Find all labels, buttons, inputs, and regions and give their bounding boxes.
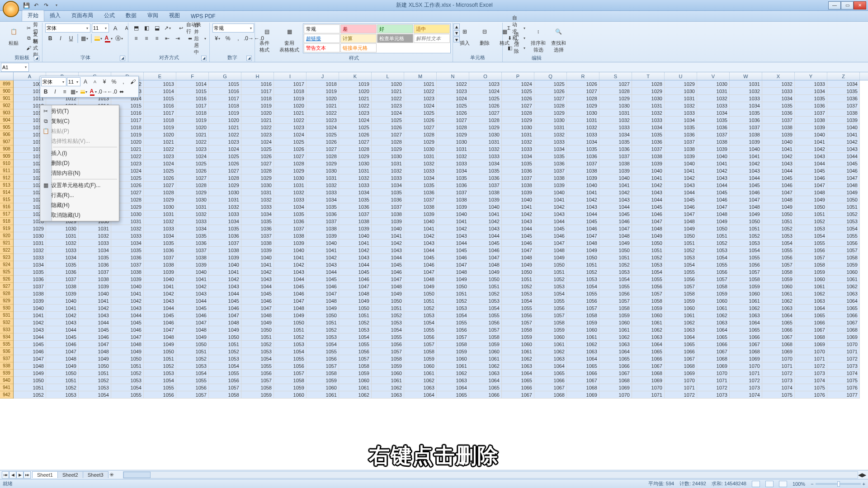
cell[interactable]: 1036	[632, 138, 665, 145]
cell[interactable]: 1044	[762, 167, 795, 174]
cell[interactable]: 1053	[274, 341, 307, 348]
cell[interactable]: 1048	[14, 362, 46, 370]
cell[interactable]: 1053	[502, 290, 534, 297]
row-header[interactable]: 938	[0, 362, 13, 370]
close-button[interactable]: ✕	[854, 1, 866, 9]
cell[interactable]: 1051	[827, 203, 860, 211]
cell[interactable]: 1065	[762, 319, 795, 326]
cell[interactable]: 1039	[46, 290, 79, 297]
cell[interactable]: 1060	[567, 326, 599, 333]
cell[interactable]: 1026	[144, 174, 176, 182]
cell[interactable]: 1031	[730, 80, 762, 88]
cell[interactable]: 1049	[469, 268, 502, 276]
cell[interactable]: 1044	[599, 203, 632, 211]
cell[interactable]: 1040	[307, 239, 339, 247]
row-header[interactable]: 903	[0, 109, 13, 117]
cell[interactable]: 1043	[339, 254, 372, 261]
cell[interactable]: 1040	[827, 124, 860, 131]
style-cell[interactable]: 常规	[304, 24, 340, 33]
cell[interactable]: 1030	[241, 182, 274, 189]
col-header-F[interactable]: F	[176, 72, 209, 80]
cell[interactable]: 1029	[632, 88, 665, 95]
cell[interactable]: 1046	[274, 290, 307, 297]
cell[interactable]: 1038	[665, 145, 697, 153]
format-as-table-button[interactable]: ▦套用 表格格式	[278, 23, 301, 54]
cell[interactable]: 1048	[307, 297, 339, 305]
row-header[interactable]: 930	[0, 305, 13, 312]
cell[interactable]: 1050	[599, 247, 632, 254]
cell[interactable]: 1024	[176, 153, 209, 160]
cell[interactable]: 1025	[339, 124, 372, 131]
cell[interactable]: 1037	[567, 160, 599, 167]
cell[interactable]: 1032	[404, 160, 437, 167]
cell[interactable]: 1027	[307, 145, 339, 153]
cell[interactable]: 1038	[274, 232, 307, 239]
cell[interactable]: 1073	[827, 362, 860, 370]
ctx-item[interactable]: 清除内容(N)	[40, 168, 119, 178]
cell[interactable]: 1042	[437, 225, 469, 232]
cell[interactable]: 1038	[502, 182, 534, 189]
cell[interactable]: 1067	[502, 391, 534, 399]
cell[interactable]: 1042	[632, 182, 665, 189]
col-header-V[interactable]: V	[697, 72, 730, 80]
cell[interactable]: 1056	[730, 261, 762, 268]
cell[interactable]: 1024	[209, 145, 241, 153]
cell[interactable]: 1065	[437, 391, 469, 399]
cell[interactable]: 1041	[339, 239, 372, 247]
cell[interactable]: 1065	[534, 370, 567, 377]
cell[interactable]: 1036	[762, 109, 795, 117]
row-header[interactable]: 905	[0, 124, 13, 131]
cell[interactable]: 1030	[665, 88, 697, 95]
cell[interactable]: 1048	[599, 232, 632, 239]
cell[interactable]: 1022	[176, 138, 209, 145]
cell[interactable]: 1054	[209, 362, 241, 370]
cell[interactable]: 1036	[730, 117, 762, 124]
cell[interactable]: 1050	[46, 370, 79, 377]
cell[interactable]: 1049	[502, 261, 534, 268]
cell[interactable]: 1044	[111, 312, 144, 319]
cell[interactable]: 1055	[176, 377, 209, 384]
cell[interactable]: 1054	[795, 232, 827, 239]
cell[interactable]: 1019	[144, 124, 176, 131]
clear-button[interactable]: ◧清除	[505, 43, 527, 52]
cell[interactable]: 1022	[404, 88, 437, 95]
cell[interactable]: 1036	[469, 174, 502, 182]
cell[interactable]: 1064	[404, 391, 437, 399]
cell[interactable]: 1022	[372, 95, 404, 102]
format-painter-button[interactable]: 🖌格式刷	[24, 43, 42, 52]
row-header[interactable]: 916	[0, 203, 13, 211]
cell[interactable]: 1040	[534, 189, 567, 196]
cell[interactable]: 1037	[241, 232, 274, 239]
ribbon-tab-页面布局[interactable]: 页面布局	[66, 10, 99, 21]
cell[interactable]: 1046	[730, 189, 762, 196]
row-header[interactable]: 915	[0, 196, 13, 203]
cell[interactable]: 1030	[469, 131, 502, 138]
cell[interactable]: 1046	[339, 276, 372, 283]
cell[interactable]: 1035	[46, 261, 79, 268]
cell[interactable]: 1033	[46, 247, 79, 254]
cell[interactable]: 1016	[241, 80, 274, 88]
cell[interactable]: 1041	[632, 174, 665, 182]
cell[interactable]: 1030	[46, 225, 79, 232]
cell[interactable]: 1024	[372, 109, 404, 117]
cell[interactable]: 1067	[599, 370, 632, 377]
cell[interactable]: 1021	[339, 95, 372, 102]
cell[interactable]: 1063	[730, 312, 762, 319]
cell[interactable]: 1058	[502, 326, 534, 333]
cell[interactable]: 1057	[209, 384, 241, 391]
cell[interactable]: 1052	[307, 326, 339, 333]
cell[interactable]: 1036	[404, 189, 437, 196]
cell[interactable]: 1036	[534, 160, 567, 167]
cell[interactable]: 1044	[795, 160, 827, 167]
cell[interactable]: 1051	[79, 370, 111, 377]
cell[interactable]: 1042	[176, 283, 209, 290]
style-cell[interactable]: 解释性文本	[414, 34, 450, 43]
cell[interactable]: 1028	[437, 124, 469, 131]
cell[interactable]: 1053	[697, 247, 730, 254]
cell[interactable]: 1024	[502, 80, 534, 88]
cell[interactable]: 1049	[176, 333, 209, 341]
cell[interactable]: 1054	[176, 370, 209, 377]
cell[interactable]: 1035	[372, 189, 404, 196]
cell[interactable]: 1050	[241, 326, 274, 333]
cell[interactable]: 1047	[599, 225, 632, 232]
